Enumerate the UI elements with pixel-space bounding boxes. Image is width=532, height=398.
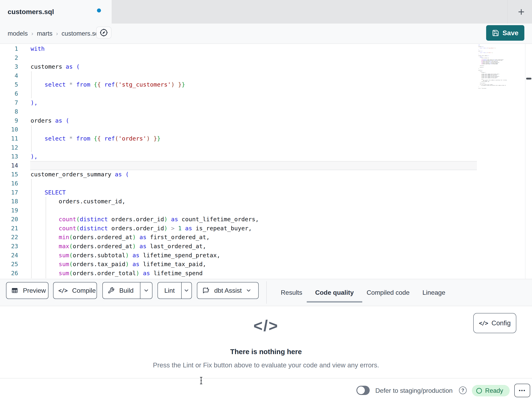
code-editor[interactable]: 1234567891011121314151617181920212223242… <box>0 44 532 279</box>
build-button[interactable]: Build <box>103 282 140 299</box>
code-line: customers as ( <box>31 62 259 71</box>
dbt-assist-label: dbt Assist <box>213 287 243 294</box>
breadcrumb-item-customers-sql[interactable]: customers.sql <box>62 30 100 37</box>
navigate-file-button[interactable] <box>96 26 111 39</box>
preview-button-label: Preview <box>21 287 47 294</box>
tabstrip-divider <box>507 0 507 24</box>
assist-sparkle-chat-icon <box>202 287 209 294</box>
dbt-ide-window: customers.sql + models › marts › custome… <box>0 0 532 398</box>
help-glyph: ? <box>461 388 464 393</box>
build-split-button: Build <box>102 282 152 299</box>
line-number: 15 <box>0 170 18 179</box>
file-header: models › marts › customers.sql <box>0 24 532 44</box>
line-number: 16 <box>0 179 18 188</box>
line-number: 17 <box>0 188 18 197</box>
line-number: 7 <box>0 98 18 107</box>
breadcrumb: models › marts › customers.sql <box>8 24 100 44</box>
save-icon <box>492 29 499 37</box>
line-number: 22 <box>0 233 18 242</box>
minimap-line: select * from joined <box>478 88 525 89</box>
defer-toggle[interactable] <box>356 386 370 395</box>
code-line: count(distinct orders.order_id) as count… <box>31 215 259 224</box>
line-number: 21 <box>0 224 18 233</box>
code-line <box>31 53 259 62</box>
compass-icon <box>99 28 108 37</box>
line-number: 14 <box>0 161 18 170</box>
empty-state-subtitle: Press the Lint or Fix button above to ev… <box>0 361 532 369</box>
defer-label: Defer to staging/production <box>375 387 453 394</box>
lint-button-label: Lint <box>163 287 176 294</box>
build-dropdown-toggle[interactable] <box>140 282 152 299</box>
save-button[interactable]: Save <box>486 25 524 41</box>
help-icon[interactable]: ? <box>459 386 467 394</box>
new-tab-button[interactable]: + <box>511 0 532 24</box>
dbt-assist-button[interactable]: dbt Assist <box>197 282 259 299</box>
tab-title: customers.sql <box>8 8 54 16</box>
panel-tab-compiled-code[interactable]: Compiled code <box>367 279 410 306</box>
lint-button[interactable]: Lint <box>158 282 181 299</box>
config-button[interactable]: </> Config <box>473 313 516 333</box>
chevron-down-icon <box>143 287 149 294</box>
breadcrumb-item-models[interactable]: models <box>8 30 28 37</box>
minimap[interactable]: withcustomers as ( select * from {{ ref(… <box>478 45 525 93</box>
panel-tab-results[interactable]: Results <box>281 279 302 306</box>
line-number: 10 <box>0 125 18 134</box>
code-line: SELECT <box>31 188 259 197</box>
panel-tab-lineage[interactable]: Lineage <box>422 279 445 306</box>
status-bar: Defer to staging/production ? Ready ••• <box>0 378 532 398</box>
breadcrumb-item-marts[interactable]: marts <box>37 30 52 37</box>
lint-dropdown-toggle[interactable] <box>181 282 191 299</box>
code-line: ), <box>31 152 259 161</box>
code-quality-panel: </> There is nothing here Press the Lint… <box>0 306 532 378</box>
line-number: 19 <box>0 206 18 215</box>
assist-dropdown-toggle[interactable] <box>243 282 254 299</box>
status-badge[interactable]: Ready <box>472 385 510 396</box>
config-button-label: Config <box>492 319 511 327</box>
ibeam-cursor <box>199 377 203 385</box>
code-line <box>31 161 259 170</box>
editor-tab-strip: customers.sql + <box>0 0 532 24</box>
code-line <box>31 143 259 152</box>
table-icon <box>11 287 18 294</box>
code-line <box>31 107 259 116</box>
line-number: 11 <box>0 134 18 143</box>
code-line: select * from {{ ref('orders') }} <box>31 134 259 143</box>
build-button-label: Build <box>118 287 135 294</box>
line-number: 5 <box>0 80 18 89</box>
toggle-knob <box>357 386 365 394</box>
toolbar-divider <box>266 281 267 304</box>
line-number-gutter: 1234567891011121314151617181920212223242… <box>0 44 18 278</box>
code-brackets-icon: </> <box>479 320 488 326</box>
chevron-down-icon <box>246 287 252 294</box>
breadcrumb-separator: › <box>31 30 33 37</box>
minimap-content: withcustomers as ( select * from {{ ref(… <box>478 45 525 89</box>
code-line <box>31 206 259 215</box>
code-line: customer_orders_summary as ( <box>31 170 259 179</box>
ready-label: Ready <box>485 387 503 394</box>
code-line: orders as ( <box>31 116 259 125</box>
save-button-label: Save <box>502 29 518 37</box>
code-line <box>31 89 259 98</box>
line-number: 13 <box>0 152 18 161</box>
line-number: 1 <box>0 44 18 53</box>
line-number: 23 <box>0 242 18 251</box>
line-number: 20 <box>0 215 18 224</box>
more-options-button[interactable]: ••• <box>514 384 530 397</box>
tab-customers-sql[interactable]: customers.sql <box>0 0 112 24</box>
action-toolbar: Preview </> Compile Build <box>0 279 532 306</box>
preview-button[interactable]: Preview <box>6 282 49 299</box>
code-line: sum(orders.tax_paid) as lifetime_tax_pai… <box>31 260 259 269</box>
compile-button[interactable]: </> Compile <box>53 282 97 299</box>
ready-ring-icon <box>476 388 482 394</box>
code-line: min(orders.ordered_at) as first_ordered_… <box>31 233 259 242</box>
code-line <box>31 71 259 80</box>
line-number: 6 <box>0 89 18 98</box>
line-number: 8 <box>0 107 18 116</box>
panel-tab-code-quality[interactable]: Code quality <box>315 279 354 306</box>
line-number: 4 <box>0 71 18 80</box>
scrollbar-thumb[interactable] <box>526 78 531 79</box>
code-line: max(orders.ordered_at) as last_ordered_a… <box>31 242 259 251</box>
code-line: sum(orders.subtotal) as lifetime_spend_p… <box>31 251 259 260</box>
code-line: sum(orders.order_total) as lifetime_spen… <box>31 269 259 278</box>
line-number: 25 <box>0 260 18 269</box>
